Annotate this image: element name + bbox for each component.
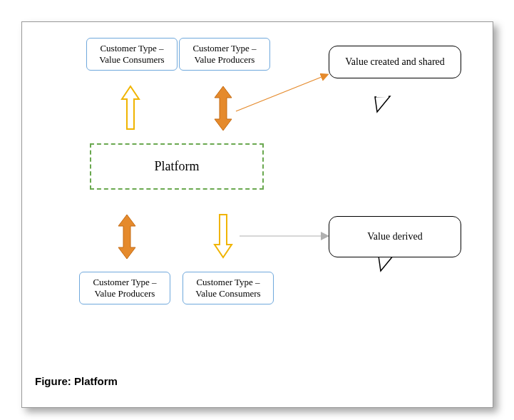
platform-box: Platform (90, 143, 264, 190)
box-customer-consumers-top: Customer Type – Value Consumers (86, 38, 178, 71)
callout-value-created: Value created and shared (329, 46, 461, 78)
box-customer-consumers-bottom: Customer Type – Value Consumers (183, 272, 274, 304)
arrows-layer (22, 22, 493, 407)
diagram-panel: Customer Type – Value Consumers Customer… (21, 21, 493, 408)
callout-value-derived: Value derived (329, 216, 461, 257)
figure-caption: Figure: Platform (35, 375, 118, 387)
box-customer-producers-bottom: Customer Type – Value Producers (79, 272, 170, 304)
box-customer-producers-top: Customer Type – Value Producers (179, 38, 270, 71)
svg-line-0 (236, 76, 325, 111)
